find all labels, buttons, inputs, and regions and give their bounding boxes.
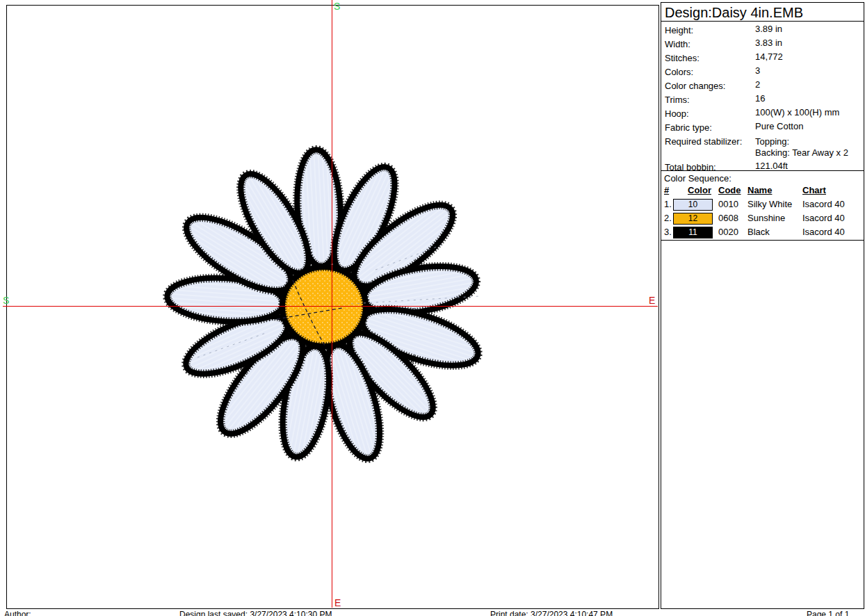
footer-print-date: Print date: 3/27/2023 4:10:47 PM <box>490 610 613 616</box>
design-properties-panel: Height:3.89 inWidth:3.83 inStitches:14,7… <box>661 21 864 171</box>
thread-name: Silky White <box>747 199 792 209</box>
color-sequence-row: 1.100010Silky WhiteIsacord 40 <box>661 197 864 211</box>
property-label: Colors: <box>665 65 755 79</box>
end-marker-bottom: E <box>334 597 341 608</box>
color-sequence-row: 2.120608SunshineIsacord 40 <box>661 211 864 225</box>
property-value: 2 <box>755 79 864 93</box>
thread-code: 0608 <box>718 213 738 223</box>
color-sequence-row: 3.110020BlackIsacord 40 <box>661 225 864 239</box>
property-value: 3.89 in <box>755 24 864 38</box>
property-row: Required stabilizer:Topping:Backing: Tea… <box>661 135 864 161</box>
property-value: Pure Cotton <box>755 121 864 135</box>
color-number: 2. <box>664 213 672 223</box>
property-label: Height: <box>665 24 755 38</box>
property-value: 100(W) x 100(H) mm <box>755 107 864 121</box>
footer-saved-date: Design last saved: 3/27/2023 4:10:30 PM <box>179 610 332 616</box>
print-preview-window: { "panel": { "title": "Design:Daisy 4in.… <box>0 0 865 616</box>
thread-color-swatch: 12 <box>673 213 713 225</box>
thread-chart: Isacord 40 <box>802 227 845 237</box>
design-title: Design:Daisy 4in.EMB <box>661 2 864 22</box>
property-row: Width:3.83 in <box>661 38 864 51</box>
end-marker-right: E <box>649 295 655 306</box>
color-number: 3. <box>664 227 672 237</box>
thread-code: 0010 <box>718 199 738 209</box>
property-value: Topping:Backing: Tear Away x 2 <box>755 136 864 159</box>
property-label: Hoop: <box>665 107 755 121</box>
property-label: Required stabilizer: <box>665 136 755 159</box>
property-label: Stitches: <box>665 51 755 65</box>
property-row: Fabric type:Pure Cotton <box>661 121 864 135</box>
thread-color-swatch: 11 <box>673 227 713 238</box>
color-table-header: #ColorCodeNameChart <box>661 184 864 197</box>
thread-chart: Isacord 40 <box>802 213 845 223</box>
property-row: Color changes:2 <box>661 79 864 93</box>
property-value: 3 <box>755 65 864 79</box>
property-row: Colors:3 <box>661 65 864 79</box>
property-value: 16 <box>755 93 864 107</box>
thread-chart: Isacord 40 <box>802 199 845 209</box>
column-header: Code <box>718 185 741 195</box>
page-footer: Author: Design last saved: 3/27/2023 4:1… <box>0 610 865 616</box>
color-number: 1. <box>664 199 672 209</box>
thread-name: Sunshine <box>747 213 785 223</box>
property-row: Height:3.89 in <box>661 24 864 38</box>
property-row: Trims:16 <box>661 93 864 107</box>
property-row: Stitches:14,772 <box>661 51 864 65</box>
property-row: Hoop:100(W) x 100(H) mm <box>661 107 864 121</box>
property-label: Trims: <box>665 93 755 107</box>
column-header: Color <box>688 185 711 195</box>
start-marker-top: S <box>334 1 340 12</box>
start-marker-left: S <box>3 295 9 306</box>
panel-empty-area <box>661 240 864 609</box>
column-header: Name <box>747 185 772 195</box>
footer-author: Author: <box>4 610 31 616</box>
property-value: 14,772 <box>755 51 864 65</box>
color-sequence-table: #ColorCodeNameChart1.100010Silky WhiteIs… <box>661 184 864 239</box>
column-header: # <box>664 185 669 195</box>
property-label: Fabric type: <box>665 121 755 135</box>
property-label: Color changes: <box>665 79 755 93</box>
thread-color-swatch: 10 <box>673 199 713 211</box>
thread-code: 0020 <box>718 227 738 237</box>
property-value: 3.83 in <box>755 38 864 51</box>
thread-name: Black <box>747 227 770 237</box>
color-sequence-heading: Color Sequence: <box>661 171 864 184</box>
property-label: Width: <box>665 38 755 51</box>
column-header: Chart <box>802 185 826 195</box>
color-sequence-panel: Color Sequence: #ColorCodeNameChart1.100… <box>661 170 864 241</box>
footer-page-number: Page 1 of 1 <box>807 610 849 616</box>
